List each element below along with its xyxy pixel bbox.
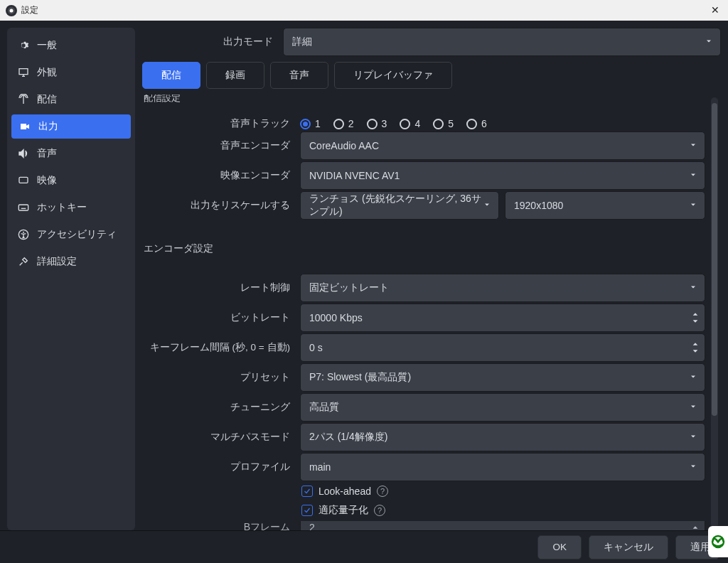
cancel-button[interactable]: キャンセル <box>589 535 668 559</box>
sidebar-item-appearance[interactable]: 外観 <box>7 59 135 86</box>
video-encoder-label: 映像エンコーダ <box>142 169 294 182</box>
sidebar-item-label: 配信 <box>37 93 57 106</box>
bframe-label: Bフレーム <box>142 521 294 530</box>
bframe-input[interactable]: 2 <box>300 521 705 530</box>
sidebar-item-audio[interactable]: 音声 <box>7 140 135 167</box>
keyboard-icon <box>17 202 30 213</box>
tab-replay-buffer[interactable]: リプレイバッファ <box>334 62 452 89</box>
sidebar-item-stream[interactable]: 配信 <box>7 86 135 113</box>
ok-button[interactable]: OK <box>537 535 582 559</box>
radio-track-6[interactable]: 6 <box>466 118 487 129</box>
sidebar-item-output[interactable]: 出力 <box>11 114 131 139</box>
preset-select[interactable]: P7: Slowest (最高品質) <box>300 363 705 392</box>
rate-control-label: レート制御 <box>142 282 294 294</box>
adaptive-q-checkbox[interactable]: 適応量子化 ? <box>300 501 385 520</box>
sidebar-item-label: 詳細設定 <box>37 255 77 268</box>
keyframe-row: キーフレーム間隔 (秒, 0 = 自動) 0 s <box>142 333 705 362</box>
tab-audio[interactable]: 音声 <box>270 62 328 89</box>
checkbox-icon <box>301 486 313 497</box>
chevron-down-icon <box>689 461 697 473</box>
audio-track-label: 音声トラック <box>142 117 294 130</box>
scrollbar-track[interactable] <box>711 97 718 527</box>
multipass-row: マルチパスモード 2パス (1/4解像度) <box>142 423 705 451</box>
output-tabs: 配信 録画 音声 リプレイバッファ <box>142 62 721 89</box>
radio-track-2[interactable]: 2 <box>333 118 354 129</box>
sidebar-item-hotkeys[interactable]: ホットキー <box>7 194 135 221</box>
rate-control-select[interactable]: 固定ビットレート <box>300 274 705 302</box>
radio-icon <box>367 119 378 129</box>
radio-icon <box>300 119 311 129</box>
main-panel: 出力モード 詳細 配信 録画 音声 リプレイバッファ 配信設定 音声トラック 1 <box>142 28 721 530</box>
preset-label: プリセット <box>142 371 294 384</box>
radio-track-1[interactable]: 1 <box>300 118 321 129</box>
profile-select[interactable]: main <box>300 453 705 481</box>
chevron-down-icon <box>689 200 697 211</box>
sidebar-item-label: 映像 <box>37 174 57 187</box>
output-mode-row: 出力モード 詳細 <box>142 28 721 56</box>
lookahead-checkbox[interactable]: Look-ahead ? <box>300 483 388 500</box>
rescale-label: 出力をリスケールする <box>142 199 294 212</box>
sidebar-item-video[interactable]: 映像 <box>7 167 135 194</box>
svg-rect-3 <box>18 205 28 210</box>
output-mode-select[interactable]: 詳細 <box>283 28 721 56</box>
video-encoder-select[interactable]: NVIDIA NVENC AV1 <box>300 161 705 190</box>
chevron-down-icon <box>689 431 697 443</box>
chevron-down-icon <box>689 282 697 294</box>
sidebar-item-label: 音声 <box>37 147 57 160</box>
tab-record[interactable]: 録画 <box>206 62 264 89</box>
keyframe-input[interactable]: 0 s <box>300 333 705 362</box>
preset-row: プリセット P7: Slowest (最高品質) <box>142 363 705 392</box>
chevron-down-icon <box>483 200 491 211</box>
scrollbar-thumb[interactable] <box>712 103 717 416</box>
output-mode-value: 詳細 <box>292 36 312 48</box>
tab-stream[interactable]: 配信 <box>142 62 200 89</box>
close-icon[interactable]: ✕ <box>707 3 724 17</box>
rescale-size-select[interactable]: 1920x1080 <box>505 191 705 220</box>
help-icon[interactable]: ? <box>377 486 388 497</box>
spinner-icon[interactable] <box>692 341 699 354</box>
chevron-down-icon <box>705 36 713 48</box>
bitrate-input[interactable]: 10000 Kbps <box>300 304 705 332</box>
checkbox-icon <box>301 505 313 516</box>
camera-icon <box>18 121 31 132</box>
radio-track-3[interactable]: 3 <box>367 118 387 129</box>
audio-track-radio-group: 1 2 3 4 5 6 <box>300 118 487 129</box>
titlebar: 設定 ✕ <box>0 0 728 21</box>
radio-icon <box>466 119 477 129</box>
encoder-settings-header: エンコーダ設定 <box>142 238 705 259</box>
audio-encoder-label: 音声エンコーダ <box>142 139 294 152</box>
monitor-icon <box>17 67 30 78</box>
svg-rect-2 <box>19 177 28 183</box>
sidebar-item-general[interactable]: 一般 <box>7 32 135 59</box>
help-icon[interactable]: ? <box>374 505 385 516</box>
adaptive-q-row: 適応量子化 ? <box>142 501 705 520</box>
audio-track-row: 音声トラック 1 2 3 4 5 6 <box>142 117 705 130</box>
sidebar-item-accessibility[interactable]: アクセシビリティ <box>7 221 135 248</box>
radio-track-5[interactable]: 5 <box>433 118 454 129</box>
footer: OK キャンセル 適用 <box>0 530 728 563</box>
display-icon <box>17 175 30 186</box>
sidebar-item-label: 一般 <box>37 39 57 52</box>
audio-encoder-select[interactable]: CoreAudio AAC <box>300 132 705 160</box>
stream-settings-header-partial: 配信設定 <box>142 95 705 104</box>
rate-control-row: レート制御 固定ビットレート <box>142 274 705 302</box>
tools-icon <box>17 256 30 267</box>
bitrate-row: ビットレート 10000 Kbps <box>142 304 705 332</box>
sidebar-item-advanced[interactable]: 詳細設定 <box>7 248 135 275</box>
multipass-select[interactable]: 2パス (1/4解像度) <box>300 423 705 451</box>
profile-label: プロファイル <box>142 461 294 473</box>
rescale-method-select[interactable]: ランチョス (先鋭化スケーリング, 36サンプル) <box>300 191 499 220</box>
volume-icon <box>17 148 30 159</box>
xbox-gamebar-badge[interactable] <box>708 526 728 557</box>
spinner-icon[interactable] <box>692 525 699 530</box>
video-encoder-row: 映像エンコーダ NVIDIA NVENC AV1 <box>142 161 705 190</box>
tuning-select[interactable]: 高品質 <box>300 393 705 422</box>
svg-point-5 <box>23 232 24 233</box>
radio-track-4[interactable]: 4 <box>400 118 420 129</box>
sidebar: 一般 外観 配信 出力 音声 映像 ホットキー アクセシビリティ <box>7 28 135 530</box>
output-mode-label: 出力モード <box>142 36 277 48</box>
spinner-icon[interactable] <box>692 311 699 324</box>
tuning-label: チューニング <box>142 401 294 414</box>
chevron-down-icon <box>689 402 697 413</box>
keyframe-label: キーフレーム間隔 (秒, 0 = 自動) <box>142 341 294 354</box>
